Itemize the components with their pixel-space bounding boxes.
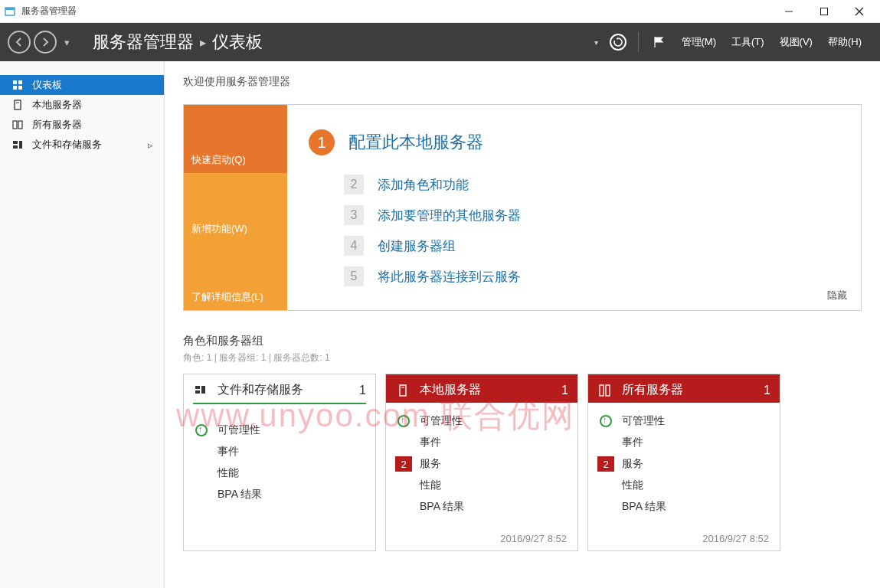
row-performance[interactable]: 性能 <box>193 462 366 484</box>
tile-timestamp: 2016/9/27 8:52 <box>702 533 769 544</box>
refresh-button[interactable] <box>607 31 629 53</box>
row-bpa[interactable]: BPA 结果 <box>597 496 770 518</box>
row-events[interactable]: 事件 <box>395 432 568 453</box>
sidebar-item-file-storage[interactable]: 文件和存储服务 ▹ <box>0 135 164 155</box>
storage-icon <box>193 383 208 398</box>
title-bar: 服务器管理器 <box>0 0 880 23</box>
svg-rect-19 <box>201 386 205 394</box>
back-button[interactable] <box>8 31 31 54</box>
servers-icon <box>11 118 25 132</box>
close-button[interactable] <box>842 0 877 23</box>
step-number: 1 <box>309 129 335 155</box>
row-manageability[interactable]: 可管理性 <box>193 420 366 441</box>
tile-timestamp: 2016/9/27 8:52 <box>500 533 567 544</box>
step-create-group[interactable]: 4 创建服务器组 <box>344 230 839 261</box>
app-icon <box>3 5 17 18</box>
svg-rect-9 <box>18 86 22 90</box>
arrow-up-icon <box>395 415 412 427</box>
svg-rect-22 <box>600 385 604 396</box>
svg-rect-23 <box>606 385 610 396</box>
header-dropdown-icon[interactable]: ▾ <box>594 38 598 47</box>
svg-rect-14 <box>13 141 18 144</box>
window-title: 服务器管理器 <box>21 5 77 18</box>
arrow-up-icon <box>193 424 210 436</box>
step-number: 4 <box>344 236 364 256</box>
step-number: 5 <box>344 266 364 286</box>
breadcrumb-current[interactable]: 仪表板 <box>212 31 263 54</box>
tiles-row: 文件和存储服务 1 可管理性 事件 性能 BPA 结果 本地服务器 1 <box>183 374 862 551</box>
sidebar-item-dashboard[interactable]: 仪表板 <box>0 75 164 95</box>
chevron-right-icon: ▹ <box>148 139 153 151</box>
sidebar-item-all-servers[interactable]: 所有服务器 <box>0 115 164 135</box>
tile-count: 1 <box>561 384 568 397</box>
menu-tools[interactable]: 工具(T) <box>731 35 764 49</box>
tile-file-storage[interactable]: 文件和存储服务 1 可管理性 事件 性能 BPA 结果 <box>183 374 376 551</box>
svg-rect-7 <box>18 80 22 84</box>
history-dropdown-icon[interactable]: ▾ <box>64 37 70 48</box>
menu-help[interactable]: 帮助(H) <box>828 35 862 49</box>
tile-title: 所有服务器 <box>622 382 683 398</box>
svg-rect-12 <box>13 121 17 129</box>
menu-view[interactable]: 视图(V) <box>780 35 813 49</box>
svg-rect-15 <box>13 145 18 149</box>
row-events[interactable]: 事件 <box>597 432 770 453</box>
row-services[interactable]: 2服务 <box>395 453 568 475</box>
svg-rect-8 <box>13 86 17 90</box>
svg-rect-13 <box>18 121 22 129</box>
row-manageability[interactable]: 可管理性 <box>395 410 568 432</box>
svg-rect-10 <box>15 100 21 109</box>
row-performance[interactable]: 性能 <box>395 475 568 496</box>
servers-icon <box>597 383 613 398</box>
sidebar: 仪表板 本地服务器 所有服务器 文件和存储服务 ▹ <box>0 61 165 588</box>
roles-heading: 角色和服务器组 <box>183 334 862 348</box>
step-connect-cloud[interactable]: 5 将此服务器连接到云服务 <box>344 261 839 292</box>
breadcrumb: 服务器管理器 ▸ 仪表板 <box>93 31 263 54</box>
menu-manage[interactable]: 管理(M) <box>682 35 717 49</box>
server-icon <box>11 98 25 112</box>
flag-icon[interactable] <box>648 31 669 53</box>
sidebar-item-label: 本地服务器 <box>32 98 82 112</box>
step-label: 添加角色和功能 <box>378 176 469 194</box>
step-number: 3 <box>344 205 364 225</box>
minimize-button[interactable] <box>771 0 806 23</box>
row-performance[interactable]: 性能 <box>597 475 770 496</box>
tab-quick-start[interactable]: 快速启动(Q) <box>184 105 287 173</box>
svg-rect-3 <box>821 8 828 15</box>
forward-button[interactable] <box>34 31 57 54</box>
dashboard-icon <box>11 78 25 92</box>
row-manageability[interactable]: 可管理性 <box>597 410 770 432</box>
divider <box>193 403 366 404</box>
tile-local-server[interactable]: 本地服务器 1 可管理性 事件 2服务 性能 BPA 结果 2016/9/27 … <box>385 374 578 551</box>
svg-line-4 <box>855 8 863 15</box>
tile-all-servers[interactable]: 所有服务器 1 可管理性 事件 2服务 性能 BPA 结果 2016/9/27 … <box>587 374 780 551</box>
header-bar: ▾ 服务器管理器 ▸ 仪表板 ▾ 管理(M) 工具(T) 视图(V) 帮助(H) <box>0 23 880 61</box>
svg-rect-1 <box>5 8 15 10</box>
row-bpa[interactable]: BPA 结果 <box>193 484 366 505</box>
arrow-up-icon <box>597 415 614 427</box>
step-label: 添加要管理的其他服务器 <box>378 207 521 224</box>
step-configure-local[interactable]: 1 配置此本地服务器 <box>309 129 839 155</box>
alert-badge: 2 <box>597 456 614 472</box>
roles-subheading: 角色: 1 | 服务器组: 1 | 服务器总数: 1 <box>183 351 862 364</box>
divider <box>638 32 639 52</box>
row-bpa[interactable]: BPA 结果 <box>395 496 568 518</box>
chevron-right-icon: ▸ <box>200 35 206 50</box>
tab-learn-more[interactable]: 了解详细信息(L) <box>184 242 287 310</box>
sidebar-item-local-server[interactable]: 本地服务器 <box>0 95 164 115</box>
main-content: 欢迎使用服务器管理器 快速启动(Q) 新增功能(W) 了解详细信息(L) 1 配… <box>165 61 880 588</box>
welcome-heading: 欢迎使用服务器管理器 <box>183 75 862 89</box>
step-add-roles[interactable]: 2 添加角色和功能 <box>344 169 839 200</box>
step-add-servers[interactable]: 3 添加要管理的其他服务器 <box>344 200 839 230</box>
svg-rect-18 <box>195 390 200 394</box>
row-events[interactable]: 事件 <box>193 441 366 462</box>
maximize-button[interactable] <box>806 0 842 23</box>
sidebar-item-label: 所有服务器 <box>32 118 82 132</box>
tab-whats-new[interactable]: 新增功能(W) <box>184 173 287 241</box>
svg-rect-16 <box>19 141 22 149</box>
breadcrumb-root[interactable]: 服务器管理器 <box>93 31 194 54</box>
tile-title: 文件和存储服务 <box>218 382 303 398</box>
sidebar-item-label: 仪表板 <box>32 78 62 92</box>
server-icon <box>395 383 411 398</box>
row-services[interactable]: 2服务 <box>597 453 770 475</box>
hide-link[interactable]: 隐藏 <box>827 289 847 302</box>
